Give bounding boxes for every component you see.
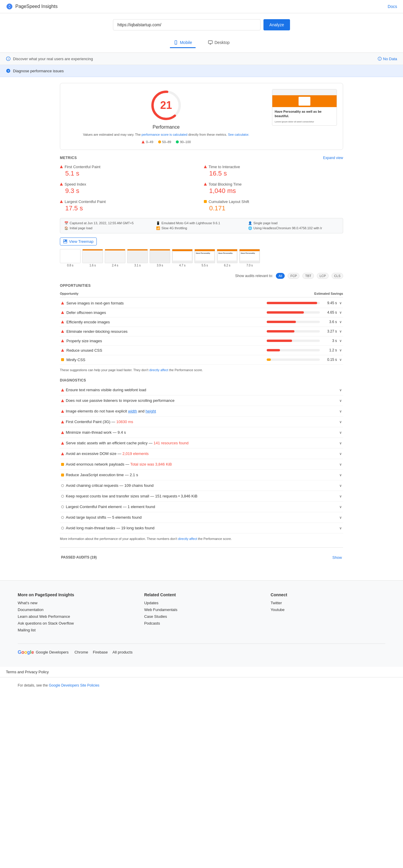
view-treemap-button[interactable]: View Treemap xyxy=(60,238,97,245)
analyze-button[interactable]: Analyze xyxy=(264,19,290,30)
footer-link-docs[interactable]: Documentation xyxy=(18,608,132,612)
footer-all-products-link[interactable]: All products xyxy=(113,650,132,654)
footer-connect-title: Connect xyxy=(271,592,385,597)
diag-10-chevron[interactable]: ∨ xyxy=(339,494,342,498)
performance-score-link[interactable]: performance score is calculated xyxy=(142,133,187,136)
tab-desktop[interactable]: Desktop xyxy=(205,38,233,48)
legend-orange-label: 50–89 xyxy=(162,140,172,144)
opp-5-bar xyxy=(267,349,280,351)
diag-item-5[interactable]: Serve static assets with an efficient ca… xyxy=(60,438,343,448)
metric-si-label: Speed Index xyxy=(60,182,199,186)
filmstrip-time-7: 6.2 s xyxy=(224,264,230,267)
diag-item-6[interactable]: Avoid an excessive DOM size — 2,019 elem… xyxy=(60,448,343,459)
footer-col-connect: Connect Twitter Youtube xyxy=(271,592,385,634)
footer-link-webfund[interactable]: Web Fundamentals xyxy=(144,608,259,612)
diag-7-chevron[interactable]: ∨ xyxy=(339,462,342,466)
diag-1-chevron[interactable]: ∨ xyxy=(339,399,342,403)
see-calculator-link[interactable]: See calculator. xyxy=(228,133,249,136)
passed-show-button[interactable]: Show xyxy=(332,555,342,560)
privacy-section: Terms and Privacy Policy xyxy=(0,667,403,677)
filter-cls[interactable]: CLS xyxy=(332,273,343,279)
svg-marker-39 xyxy=(61,452,64,455)
diag-11-chevron[interactable]: ∨ xyxy=(339,505,342,509)
diag-5-chevron[interactable]: ∨ xyxy=(339,441,342,445)
diag-4-icon xyxy=(61,431,64,434)
opp-0-chevron[interactable]: ∨ xyxy=(339,301,342,305)
filmstrip-item-5: 4.7 s xyxy=(172,249,193,267)
filter-tbt[interactable]: TBT xyxy=(302,273,314,279)
opportunities-title: OPPORTUNITIES xyxy=(60,283,343,288)
desktop-icon xyxy=(208,40,213,45)
footer-link-youtube[interactable]: Youtube xyxy=(271,608,385,612)
directly-affect-link-opp[interactable]: directly affect xyxy=(149,368,168,372)
capture-initial: 🏠 Initial page load xyxy=(64,226,155,230)
diag-item-1[interactable]: Does not use passive listeners to improv… xyxy=(60,395,343,406)
diag-item-8[interactable]: Reduce JavaScript execution time — 2.1 s… xyxy=(60,470,343,480)
footer-link-stackoverflow[interactable]: Ask questions on Stack Overflow xyxy=(18,621,132,625)
filter-lcp[interactable]: LCP xyxy=(317,273,328,279)
footer-link-mailing[interactable]: Mailing list xyxy=(18,628,132,632)
filter-fcp[interactable]: FCP xyxy=(288,273,300,279)
diag-2-chevron[interactable]: ∨ xyxy=(339,409,342,413)
diag-9-icon xyxy=(61,484,64,487)
diag-4-chevron[interactable]: ∨ xyxy=(339,430,342,435)
opp-5-label: Reduce unused CSS xyxy=(66,348,264,352)
diag-8-chevron[interactable]: ∨ xyxy=(339,473,342,477)
tab-mobile[interactable]: Mobile xyxy=(170,38,195,48)
diag-item-10[interactable]: Keep request counts low and transfer siz… xyxy=(60,491,343,502)
diag-9-chevron[interactable]: ∨ xyxy=(339,484,342,488)
terms-privacy-link[interactable]: Terms and Privacy Policy xyxy=(6,670,49,674)
expand-view-link[interactable]: Expand view xyxy=(323,156,343,160)
metrics-title: METRICS xyxy=(60,156,77,160)
svg-point-9 xyxy=(8,58,8,58)
opp-1-chevron[interactable]: ∨ xyxy=(339,310,342,314)
discover-right: No Data xyxy=(378,57,397,61)
diag-item-12[interactable]: Avoid large layout shifts — 5 elements f… xyxy=(60,512,343,523)
svg-marker-19 xyxy=(204,165,207,168)
opp-6-chevron[interactable]: ∨ xyxy=(339,358,342,362)
docs-link[interactable]: Docs xyxy=(388,4,397,9)
opp-4-chevron[interactable]: ∨ xyxy=(339,339,342,343)
diag-item-11[interactable]: Largest Contentful Paint element — 1 ele… xyxy=(60,502,343,512)
tab-desktop-label: Desktop xyxy=(215,40,229,45)
footer-link-learn[interactable]: Learn about Web Performance xyxy=(18,614,132,619)
opp-5-chevron[interactable]: ∨ xyxy=(339,348,342,352)
footer-firebase-link[interactable]: Firebase xyxy=(93,650,108,654)
height-link[interactable]: height xyxy=(146,409,156,413)
diag-item-13[interactable]: Avoid long main-thread tasks — 19 long t… xyxy=(60,523,343,533)
opp-0-icon xyxy=(61,302,64,305)
footer-link-updates[interactable]: Updates xyxy=(144,601,259,605)
site-policies-link[interactable]: Google Developers Site Policies xyxy=(49,683,99,687)
diag-12-chevron[interactable]: ∨ xyxy=(339,516,342,520)
footer-link-twitter[interactable]: Twitter xyxy=(271,601,385,605)
diag-item-4[interactable]: Minimize main-thread work — 9.4 s ∨ xyxy=(60,427,343,438)
footer-link-podcasts[interactable]: Podcasts xyxy=(144,621,259,625)
diag-item-7[interactable]: Avoid enormous network payloads — Total … xyxy=(60,459,343,470)
opp-3-chevron[interactable]: ∨ xyxy=(339,329,342,333)
tab-mobile-label: Mobile xyxy=(180,40,192,45)
diag-item-0[interactable]: Ensure text remains visible during webfo… xyxy=(60,385,343,395)
diag-0-chevron[interactable]: ∨ xyxy=(339,388,342,392)
directly-affect-link-diag[interactable]: directly affect xyxy=(178,537,197,540)
opp-1-bar-container xyxy=(267,311,320,314)
tbt-status-icon xyxy=(204,183,207,186)
footer-chrome-link[interactable]: Chrome xyxy=(74,650,88,654)
width-link[interactable]: width xyxy=(128,409,137,413)
opp-0-label: Serve images in next-gen formats xyxy=(66,301,264,305)
footer-link-casestudies[interactable]: Case Studies xyxy=(144,614,259,619)
capture-browser: 🌐 Using HeadlessChromium 98.0.4758.102 w… xyxy=(248,226,339,230)
diag-13-chevron[interactable]: ∨ xyxy=(339,526,342,530)
diag-item-9[interactable]: Avoid chaining critical requests — 109 c… xyxy=(60,480,343,491)
diag-3-chevron[interactable]: ∨ xyxy=(339,420,342,424)
opp-2-chevron[interactable]: ∨ xyxy=(339,320,342,324)
diag-item-3[interactable]: First Contentful Paint (3G) — 10830 ms ∨ xyxy=(60,416,343,427)
diag-6-chevron[interactable]: ∨ xyxy=(339,452,342,456)
metrics-header: METRICS Expand view xyxy=(60,156,343,160)
diag-item-2[interactable]: Image elements do not have explicit widt… xyxy=(60,406,343,416)
metric-tti-label: Time to Interactive xyxy=(204,165,343,169)
opp-1-icon xyxy=(61,311,64,314)
footer-link-whats-new[interactable]: What's new xyxy=(18,601,132,605)
opp-1-bar xyxy=(267,311,304,314)
filter-all[interactable]: All xyxy=(276,273,285,279)
url-input[interactable] xyxy=(113,19,260,30)
